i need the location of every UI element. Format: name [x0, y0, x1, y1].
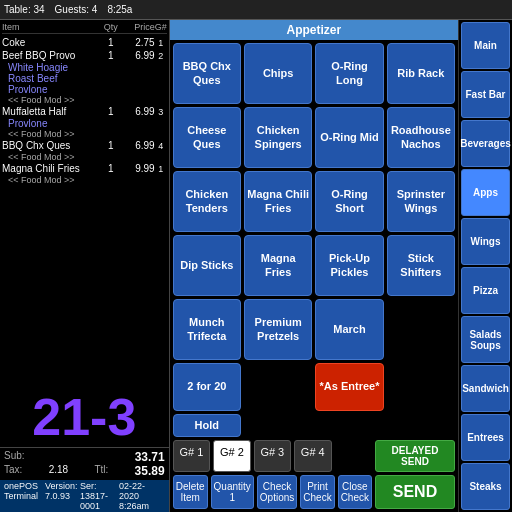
order-rows: Coke 1 2.75 1 Beef BBQ Provo 1 6.99 2 Wh…	[2, 36, 167, 185]
send-button[interactable]: SEND	[375, 475, 455, 509]
g3-button[interactable]: G# 3	[254, 440, 291, 472]
menu-btn-19	[387, 299, 455, 360]
action-row: DeleteItem Quantity1 CheckOptions PrintC…	[170, 475, 458, 512]
cat-wings[interactable]: Wings	[461, 218, 510, 265]
menu-btn-1[interactable]: Chips	[244, 43, 312, 104]
item-price: 6.99	[123, 50, 155, 61]
tax-label: Tax:	[4, 464, 22, 478]
empty-1	[244, 414, 312, 437]
right-panel: Main Fast Bar Beverages Apps Wings Pizza…	[458, 20, 512, 512]
item-g: 1	[155, 38, 167, 48]
item-qty: 1	[99, 37, 123, 48]
food-mod-row: << Food Mod >>	[2, 95, 167, 105]
total-label: Ttl:	[94, 464, 108, 478]
menu-btn-2[interactable]: O-Ring Long	[315, 43, 383, 104]
menu-btn-20[interactable]: 2 for 20	[173, 363, 241, 411]
hold-button[interactable]: Hold	[173, 414, 241, 437]
item-name: Coke	[2, 37, 99, 48]
item-name: BBQ Chx Ques	[2, 140, 99, 151]
menu-btn-22[interactable]: *As Entree*	[315, 363, 383, 411]
menu-btn-12[interactable]: Dip Sticks	[173, 235, 241, 296]
table-row[interactable]: Magna Chili Fries 1 9.99 1	[2, 162, 167, 175]
item-price: 9.99	[123, 163, 155, 174]
menu-btn-6[interactable]: O-Ring Mid	[315, 107, 383, 168]
item-name: Beef BBQ Provo	[2, 50, 99, 61]
menu-btn-23	[387, 363, 455, 411]
cat-apps[interactable]: Apps	[461, 169, 510, 216]
menu-btn-8[interactable]: Chicken Tenders	[173, 171, 241, 232]
item-g: 3	[155, 107, 167, 117]
left-panel: Item Qty Price G# Coke 1 2.75 1 Beef BBQ…	[0, 20, 170, 512]
order-list: Item Qty Price G# Coke 1 2.75 1 Beef BBQ…	[0, 20, 169, 387]
item-name: Magna Chili Fries	[2, 163, 99, 174]
g-buttons-row: G# 1 G# 2 G# 3 G# 4 DELAYEDSEND	[170, 440, 458, 475]
g2-button[interactable]: G# 2	[213, 440, 250, 472]
version-info: Version: 7.0.93	[45, 481, 80, 511]
close-check-button[interactable]: CloseCheck	[338, 475, 372, 509]
food-mod-row: << Food Mod >>	[2, 175, 167, 185]
cat-steaks[interactable]: Steaks	[461, 463, 510, 510]
g4-button[interactable]: G# 4	[294, 440, 331, 472]
pos-name: onePOS Terminal	[4, 481, 45, 511]
menu-btn-9[interactable]: Magna Chili Fries	[244, 171, 312, 232]
bottom-info: onePOS Terminal Version: 7.0.93 Ser: 138…	[0, 480, 169, 512]
cat-pizza[interactable]: Pizza	[461, 267, 510, 314]
table-row[interactable]: Beef BBQ Provo 1 6.99 2	[2, 49, 167, 62]
cat-salads-soups[interactable]: Salads Soups	[461, 316, 510, 363]
cat-main[interactable]: Main	[461, 22, 510, 69]
item-name: Muffaletta Half	[2, 106, 99, 117]
hold-row: Hold	[170, 414, 458, 440]
menu-btn-10[interactable]: O-Ring Short	[315, 171, 383, 232]
header-qty: Qty	[99, 22, 123, 32]
total-value: 35.89	[135, 464, 165, 478]
menu-btn-17[interactable]: Premium Pretzels	[244, 299, 312, 360]
print-check-button[interactable]: PrintCheck	[300, 475, 334, 509]
menu-btn-13[interactable]: Magna Fries	[244, 235, 312, 296]
menu-btn-0[interactable]: BBQ Chx Ques	[173, 43, 241, 104]
main-layout: Item Qty Price G# Coke 1 2.75 1 Beef BBQ…	[0, 20, 512, 512]
menu-btn-16[interactable]: Munch Trifecta	[173, 299, 241, 360]
item-g: 2	[155, 51, 167, 61]
item-g: 1	[155, 164, 167, 174]
cat-entrees[interactable]: Entrees	[461, 414, 510, 461]
menu-btn-14[interactable]: Pick-Up Pickles	[315, 235, 383, 296]
delayed-send-button[interactable]: DELAYEDSEND	[375, 440, 455, 472]
empty-2	[315, 414, 383, 437]
menu-btn-5[interactable]: Chicken Spingers	[244, 107, 312, 168]
center-panel: Appetizer BBQ Chx QuesChipsO-Ring LongRi…	[170, 20, 458, 512]
item-qty: 1	[99, 140, 123, 151]
menu-btn-4[interactable]: Cheese Ques	[173, 107, 241, 168]
menu-btn-7[interactable]: Roadhouse Nachos	[387, 107, 455, 168]
menu-btn-15[interactable]: Stick Shifters	[387, 235, 455, 296]
menu-btn-18[interactable]: March	[315, 299, 383, 360]
table-row[interactable]: Muffaletta Half 1 6.99 3	[2, 105, 167, 118]
menu-btn-11[interactable]: Sprinster Wings	[387, 171, 455, 232]
appetizer-bar: Appetizer	[170, 20, 458, 40]
quantity-button[interactable]: Quantity1	[211, 475, 254, 509]
menu-grid: BBQ Chx QuesChipsO-Ring LongRib RackChee…	[170, 40, 458, 414]
check-options-button[interactable]: CheckOptions	[257, 475, 297, 509]
table-row[interactable]: Coke 1 2.75 1	[2, 36, 167, 49]
food-mod-row: << Food Mod >>	[2, 152, 167, 162]
item-price: 6.99	[123, 140, 155, 151]
empty-3	[387, 414, 455, 437]
top-bar: Table: 34 Guests: 4 8:25a	[0, 0, 512, 20]
g1-button[interactable]: G# 1	[173, 440, 210, 472]
delete-item-button[interactable]: DeleteItem	[173, 475, 208, 509]
cat-sandwich[interactable]: Sandwich	[461, 365, 510, 412]
datetime-info: 02-22-2020 8:26am	[119, 481, 165, 511]
sub-label: Sub:	[4, 450, 25, 464]
tax-value: 2.18	[49, 464, 68, 478]
cat-beverages[interactable]: Beverages	[461, 120, 510, 167]
menu-btn-3[interactable]: Rib Rack	[387, 43, 455, 104]
table-info: Table: 34	[4, 4, 45, 15]
item-price: 2.75	[123, 37, 155, 48]
item-price: 6.99	[123, 106, 155, 117]
order-header: Item Qty Price G#	[2, 22, 167, 34]
item-qty: 1	[99, 106, 123, 117]
table-row[interactable]: BBQ Chx Ques 1 6.99 4	[2, 139, 167, 152]
header-price: Price	[123, 22, 155, 32]
serial-info: Ser: 13817-0001	[80, 481, 119, 511]
cat-fastbar[interactable]: Fast Bar	[461, 71, 510, 118]
mod-row: Provlone	[2, 84, 167, 95]
